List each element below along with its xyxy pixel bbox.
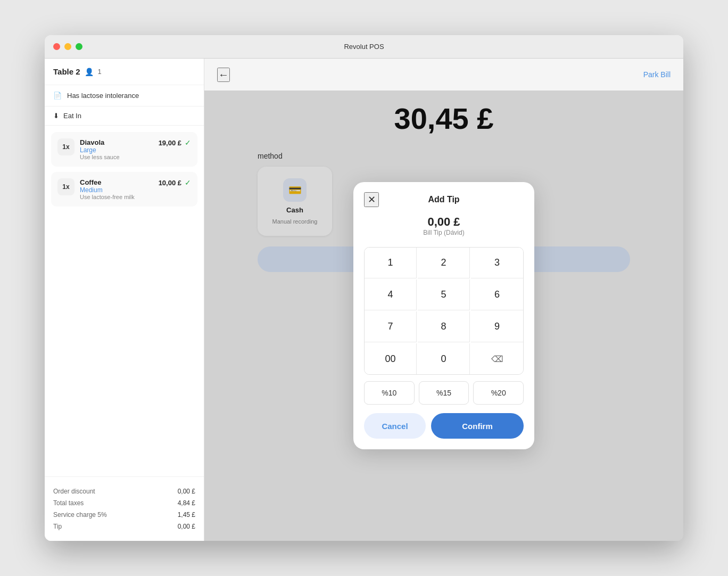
numpad: 1 2 3 4 5 6 7 8 9 00 0 ⌫ bbox=[364, 247, 524, 375]
modal-close-button[interactable]: ✕ bbox=[364, 192, 379, 207]
modal-title: Add Tip bbox=[428, 195, 459, 204]
numpad-7[interactable]: 7 bbox=[365, 311, 417, 342]
order-items: 1x Diavola Large Use less sauce 19,00 £ … bbox=[45, 126, 204, 476]
tip-amount: 0,00 £ bbox=[364, 215, 524, 229]
add-tip-modal: ✕ Add Tip 0,00 £ Bill Tip (Dávid) 1 2 3 … bbox=[353, 182, 534, 449]
numpad-3[interactable]: 3 bbox=[471, 248, 523, 278]
app-window: Revolut POS Table 2 👤 1 📄 Has lactose in… bbox=[45, 35, 683, 541]
numpad-5[interactable]: 5 bbox=[418, 279, 470, 310]
park-bill-button[interactable]: Park Bill bbox=[643, 70, 671, 79]
tip-label: Tip bbox=[53, 523, 62, 530]
main-body: 30,45 £ method 💳 Cash Manual recording bbox=[204, 90, 683, 541]
guest-count: 1 bbox=[98, 68, 102, 76]
sidebar: Table 2 👤 1 📄 Has lactose intolerance ⬇ … bbox=[45, 59, 204, 541]
item-qty: 1x bbox=[57, 138, 75, 155]
check-icon: ✓ bbox=[185, 178, 191, 187]
table-label: Table 2 bbox=[53, 67, 80, 76]
item-price-check: 19,00 £ ✓ bbox=[159, 138, 191, 147]
eat-in-label: Eat In bbox=[63, 112, 81, 120]
guest-icon: 👤 bbox=[85, 68, 94, 76]
sidebar-footer: Order discount 0,00 £ Total taxes 4,84 £… bbox=[45, 476, 204, 541]
summary-row: Total taxes 4,84 £ bbox=[53, 497, 195, 509]
item-price: 19,00 £ bbox=[159, 139, 181, 147]
total-taxes-label: Total taxes bbox=[53, 499, 84, 507]
list-item: 1x Coffee Medium Use lactose-free milk 1… bbox=[51, 172, 197, 207]
tip-bill-label: Bill Tip (Dávid) bbox=[364, 229, 524, 236]
main-layout: Table 2 👤 1 📄 Has lactose intolerance ⬇ … bbox=[45, 59, 683, 541]
list-item: 1x Diavola Large Use less sauce 19,00 £ … bbox=[51, 132, 197, 167]
item-name: Coffee bbox=[80, 178, 153, 186]
numpad-0[interactable]: 0 bbox=[418, 343, 470, 374]
item-modifier: Medium bbox=[80, 186, 153, 194]
quick-tip-20[interactable]: %20 bbox=[473, 381, 524, 405]
cancel-button[interactable]: Cancel bbox=[364, 413, 426, 439]
order-discount-label: Order discount bbox=[53, 488, 95, 495]
quick-tip-15[interactable]: %15 bbox=[419, 381, 469, 405]
modal-actions: Cancel Confirm bbox=[364, 413, 524, 439]
numpad-4[interactable]: 4 bbox=[365, 279, 417, 310]
item-price-check: 10,00 £ ✓ bbox=[159, 178, 191, 187]
numpad-backspace[interactable]: ⌫ bbox=[471, 343, 523, 374]
note-text: Has lactose intolerance bbox=[67, 92, 139, 100]
summary-row: Tip 0,00 £ bbox=[53, 521, 195, 532]
numpad-2[interactable]: 2 bbox=[418, 248, 470, 278]
item-details: Coffee Medium Use lactose-free milk bbox=[80, 178, 153, 200]
item-price: 10,00 £ bbox=[159, 179, 181, 187]
numpad-1[interactable]: 1 bbox=[365, 248, 417, 278]
service-charge-label: Service charge 5% bbox=[53, 511, 107, 519]
main-topbar: ← Park Bill bbox=[204, 59, 683, 90]
back-button[interactable]: ← bbox=[217, 68, 230, 82]
item-modifier: Large bbox=[80, 146, 153, 154]
title-bar: Revolut POS bbox=[45, 35, 683, 59]
modal-header: ✕ Add Tip bbox=[364, 195, 524, 204]
order-discount-value: 0,00 £ bbox=[178, 488, 195, 495]
item-details: Diavola Large Use less sauce bbox=[80, 138, 153, 160]
backspace-icon: ⌫ bbox=[491, 354, 503, 364]
item-name: Diavola bbox=[80, 138, 153, 146]
item-qty: 1x bbox=[57, 178, 75, 195]
minimize-traffic-light[interactable] bbox=[64, 43, 71, 50]
traffic-lights bbox=[53, 43, 82, 50]
tip-display: 0,00 £ Bill Tip (Dávid) bbox=[364, 215, 524, 236]
confirm-button[interactable]: Confirm bbox=[431, 413, 524, 439]
main-content: ← Park Bill 30,45 £ method 💳 Cash Manual… bbox=[204, 59, 683, 541]
numpad-00[interactable]: 00 bbox=[365, 343, 417, 374]
sidebar-note: 📄 Has lactose intolerance bbox=[45, 85, 204, 106]
total-taxes-value: 4,84 £ bbox=[178, 499, 195, 507]
summary-row: Order discount 0,00 £ bbox=[53, 486, 195, 497]
numpad-9[interactable]: 9 bbox=[471, 311, 523, 342]
service-charge-value: 1,45 £ bbox=[178, 511, 195, 519]
item-note: Use lactose-free milk bbox=[80, 194, 153, 200]
modal-overlay: ✕ Add Tip 0,00 £ Bill Tip (Dávid) 1 2 3 … bbox=[204, 90, 683, 541]
numpad-8[interactable]: 8 bbox=[418, 311, 470, 342]
window-title: Revolut POS bbox=[344, 43, 384, 51]
sidebar-header: Table 2 👤 1 bbox=[45, 59, 204, 85]
tip-value: 0,00 £ bbox=[178, 523, 195, 530]
quick-tip-10[interactable]: %10 bbox=[364, 381, 415, 405]
close-traffic-light[interactable] bbox=[53, 43, 60, 50]
numpad-6[interactable]: 6 bbox=[471, 279, 523, 310]
check-icon: ✓ bbox=[185, 138, 191, 147]
quick-tip-row: %10 %15 %20 bbox=[364, 381, 524, 405]
fullscreen-traffic-light[interactable] bbox=[76, 43, 82, 50]
note-icon: 📄 bbox=[53, 92, 62, 100]
summary-row: Service charge 5% 1,45 £ bbox=[53, 509, 195, 521]
eat-in-icon: ⬇ bbox=[53, 112, 59, 120]
eat-in-row: ⬇ Eat In bbox=[45, 106, 204, 126]
item-note: Use less sauce bbox=[80, 154, 153, 160]
